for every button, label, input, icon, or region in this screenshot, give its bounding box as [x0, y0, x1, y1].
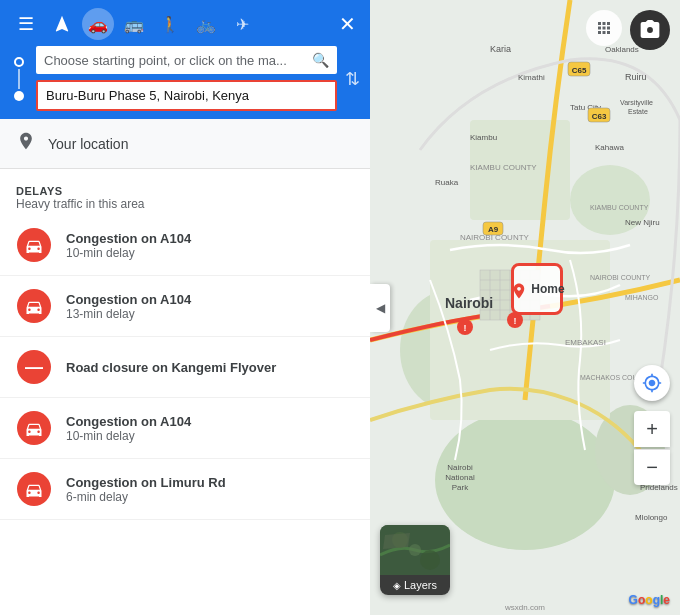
google-logo: Google: [629, 593, 670, 607]
delay-main: Road closure on Kangemi Flyover: [66, 360, 354, 375]
location-pin-icon: [16, 131, 36, 156]
directions-icon[interactable]: [46, 8, 78, 40]
svg-text:New Njiru: New Njiru: [625, 218, 660, 227]
home-marker-pin: Home: [511, 263, 563, 315]
zoom-controls: + −: [634, 365, 670, 485]
svg-text:Karia: Karia: [490, 44, 511, 54]
svg-text:!: !: [514, 316, 517, 326]
svg-text:MIHANGO: MIHANGO: [625, 294, 659, 301]
delay-info: Congestion on Limuru Rd 6-min delay: [66, 475, 354, 504]
close-button[interactable]: ✕: [335, 8, 360, 40]
walk-mode-icon[interactable]: 🚶: [154, 8, 186, 40]
transit-mode-icon[interactable]: 🚌: [118, 8, 150, 40]
delay-info: Congestion on A104 10-min delay: [66, 414, 354, 443]
svg-text:Nairobi: Nairobi: [445, 295, 493, 311]
camera-button[interactable]: [630, 10, 670, 50]
svg-text:KIAMBU COUNTY: KIAMBU COUNTY: [590, 204, 649, 211]
delay-item[interactable]: Congestion on A104 13-min delay: [0, 276, 370, 337]
delay-item[interactable]: Congestion on Limuru Rd 6-min delay: [0, 459, 370, 520]
layers-label: ◈ Layers: [380, 575, 450, 595]
svg-text:Nairobi: Nairobi: [447, 463, 473, 472]
svg-text:Mlolongo: Mlolongo: [635, 513, 668, 522]
delay-main: Congestion on A104: [66, 231, 354, 246]
delay-main: Congestion on A104: [66, 414, 354, 429]
destination-row[interactable]: Buru-Buru Phase 5, Nairobi, Kenya: [36, 80, 337, 111]
congestion-icon-wrap: [16, 227, 52, 263]
congestion-icon-wrap: [16, 471, 52, 507]
svg-text:Kiambu: Kiambu: [470, 133, 497, 142]
layers-stack-icon: ◈: [393, 580, 401, 591]
map-top-icons: [586, 10, 670, 50]
delays-section: DELAYS Heavy traffic in this area Conges…: [0, 169, 370, 615]
zoom-in-button[interactable]: +: [634, 411, 670, 447]
left-panel: ☰ 🚗 🚌 🚶 🚲 ✈ ✕ Choose starting point,: [0, 0, 370, 615]
transport-icons: ☰ 🚗 🚌 🚶 🚲 ✈: [10, 8, 258, 40]
top-bar: ☰ 🚗 🚌 🚶 🚲 ✈ ✕ Choose starting point,: [0, 0, 370, 119]
home-marker: Home: [511, 263, 563, 315]
congestion-icon: [17, 289, 51, 323]
svg-text:!: !: [464, 323, 467, 333]
destination-text: Buru-Buru Phase 5, Nairobi, Kenya: [46, 88, 327, 103]
delay-info: Road closure on Kangemi Flyover: [66, 360, 354, 375]
delays-header: DELAYS Heavy traffic in this area: [0, 185, 370, 215]
delay-item[interactable]: Congestion on A104 10-min delay: [0, 215, 370, 276]
inputs-col: Choose starting point, or click on the m…: [36, 46, 337, 111]
map-panel[interactable]: KIAMBU COUNTY NAIROBI COUNTY KIAMBU COUN…: [370, 0, 680, 615]
home-marker-inner: Home: [510, 280, 564, 298]
delay-main: Congestion on A104: [66, 292, 354, 307]
svg-point-54: [420, 550, 440, 570]
your-location-row[interactable]: Your location: [0, 119, 370, 169]
bike-mode-icon[interactable]: 🚲: [190, 8, 222, 40]
origin-dot: [14, 57, 24, 67]
apps-grid-button[interactable]: [586, 10, 622, 46]
transport-row: ☰ 🚗 🚌 🚶 🚲 ✈ ✕: [10, 8, 360, 40]
route-line: [18, 69, 20, 89]
svg-text:A9: A9: [488, 225, 499, 234]
menu-icon[interactable]: ☰: [10, 8, 42, 40]
congestion-icon-wrap: [16, 288, 52, 324]
input-row: Choose starting point, or click on the m…: [10, 46, 360, 111]
svg-text:Varsityville: Varsityville: [620, 99, 653, 107]
delays-title: DELAYS: [16, 185, 354, 197]
car-mode-icon[interactable]: 🚗: [82, 8, 114, 40]
congestion-icon: [17, 228, 51, 262]
road-closure-icon: —: [17, 350, 51, 384]
svg-text:Ruiru: Ruiru: [625, 72, 647, 82]
svg-text:NAIROBI COUNTY: NAIROBI COUNTY: [590, 274, 651, 281]
delay-info: Congestion on A104 10-min delay: [66, 231, 354, 260]
congestion-icon-wrap: [16, 410, 52, 446]
layers-text: Layers: [404, 579, 437, 591]
collapse-panel-button[interactable]: ◀: [370, 284, 390, 332]
delay-main: Congestion on Limuru Rd: [66, 475, 354, 490]
svg-text:EMBAKASI: EMBAKASI: [565, 338, 606, 347]
svg-text:Kimathi: Kimathi: [518, 73, 545, 82]
route-dots: [10, 57, 28, 101]
svg-text:wsxdn.com: wsxdn.com: [504, 603, 545, 612]
svg-text:Park: Park: [452, 483, 469, 492]
closure-icon-wrap: —: [16, 349, 52, 385]
delay-sub: 13-min delay: [66, 307, 354, 321]
flight-mode-icon[interactable]: ✈: [226, 8, 258, 40]
svg-point-55: [409, 544, 421, 556]
layers-preview: [380, 525, 450, 575]
delay-item[interactable]: — Road closure on Kangemi Flyover: [0, 337, 370, 398]
zoom-out-button[interactable]: −: [634, 449, 670, 485]
delays-subtitle: Heavy traffic in this area: [16, 197, 354, 211]
origin-search-row[interactable]: Choose starting point, or click on the m…: [36, 46, 337, 74]
delay-info: Congestion on A104 13-min delay: [66, 292, 354, 321]
search-icon[interactable]: 🔍: [312, 52, 329, 68]
swap-icon[interactable]: ⇅: [345, 68, 360, 90]
dest-dot: [14, 91, 24, 101]
svg-text:C65: C65: [572, 66, 587, 75]
congestion-icon: [17, 411, 51, 445]
delay-item[interactable]: Congestion on A104 10-min delay: [0, 398, 370, 459]
origin-placeholder: Choose starting point, or click on the m…: [44, 53, 306, 68]
your-location-label: Your location: [48, 136, 128, 152]
layers-button[interactable]: ◈ Layers: [380, 525, 450, 595]
delay-sub: 10-min delay: [66, 246, 354, 260]
svg-text:KIAMBU COUNTY: KIAMBU COUNTY: [470, 163, 537, 172]
svg-text:C63: C63: [592, 112, 607, 121]
home-label: Home: [531, 282, 564, 296]
delay-sub: 6-min delay: [66, 490, 354, 504]
my-location-button[interactable]: [634, 365, 670, 401]
